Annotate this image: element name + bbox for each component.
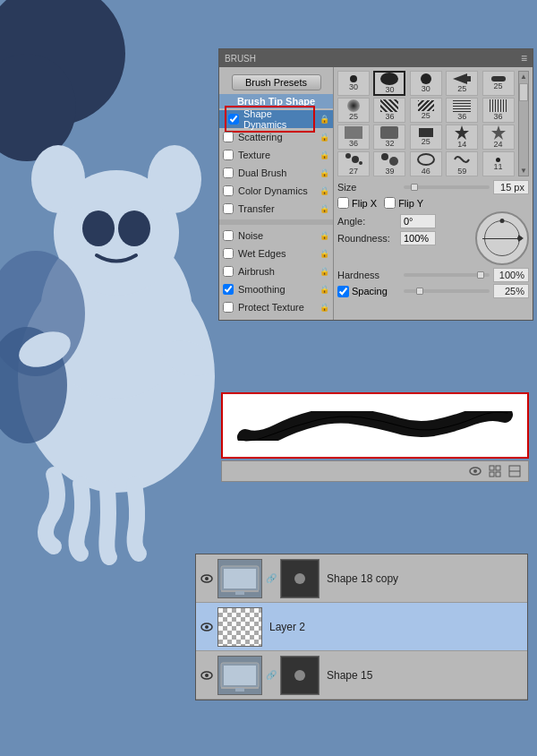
brush-cell[interactable]: 14: [446, 125, 478, 150]
lock-icon-texture: 🔒: [319, 150, 329, 160]
scrollbar-thumb[interactable]: [519, 83, 528, 101]
shape-dynamics-checkbox[interactable]: [228, 113, 241, 125]
lock-icon-airbrush: 🔒: [319, 266, 329, 277]
spacing-slider[interactable]: [404, 289, 490, 293]
brush-option-noise[interactable]: Noise 🔒: [219, 227, 333, 245]
protect-texture-checkbox[interactable]: [223, 301, 235, 314]
layer-name-layer2: Layer 2: [269, 621, 305, 633]
brush-cell[interactable]: 36: [446, 98, 478, 123]
brush-cell[interactable]: 39: [373, 151, 405, 176]
brush-option-protect-texture[interactable]: Protect Texture 🔒: [219, 298, 333, 316]
angle-label: Angle:: [337, 216, 400, 227]
svg-point-34: [205, 577, 209, 580]
brush-cell-selected[interactable]: 30: [373, 71, 405, 96]
texture-checkbox[interactable]: [223, 149, 235, 161]
svg-point-26: [473, 469, 477, 473]
layers-panel: 🔗 Shape 18 copy Layer 2 🔗 Shape 15: [195, 554, 528, 700]
angle-input[interactable]: [400, 214, 436, 228]
eye-icon-btn[interactable]: [467, 463, 483, 479]
hardness-slider[interactable]: [404, 273, 490, 277]
grid-icon-btn[interactable]: [487, 463, 503, 479]
layer-row-layer2[interactable]: Layer 2: [196, 603, 527, 651]
brush-option-airbrush[interactable]: Airbrush 🔒: [219, 262, 333, 280]
brush-presets-button[interactable]: Brush Presets: [232, 74, 321, 90]
panel-menu-icon[interactable]: ≡: [521, 52, 527, 64]
expand-icon-btn[interactable]: [507, 463, 523, 479]
svg-point-20: [359, 161, 362, 165]
spacing-label: Spacing: [352, 286, 388, 296]
brush-option-wet-edges[interactable]: Wet Edges 🔒: [219, 245, 333, 262]
bottom-toolbar: [221, 460, 529, 482]
angle-handle-right[interactable]: [517, 236, 522, 241]
layer-row-shape18[interactable]: 🔗 Shape 18 copy: [196, 554, 527, 603]
brush-cell[interactable]: 27: [337, 151, 370, 176]
layer-row-shape15[interactable]: 🔗 Shape 15: [196, 651, 527, 700]
dual-brush-checkbox[interactable]: [223, 167, 235, 179]
brush-option-transfer[interactable]: Transfer 🔒: [219, 200, 333, 218]
brush-option-dual-brush[interactable]: Dual Brush 🔒: [219, 164, 333, 182]
lock-icon-color: 🔒: [319, 185, 329, 196]
brush-cell[interactable]: 24: [482, 125, 515, 150]
brush-cell[interactable]: 11: [482, 151, 515, 176]
layer-visibility-shape18[interactable]: [200, 571, 214, 586]
layer-visibility-shape15[interactable]: [200, 668, 214, 683]
brush-cell[interactable]: 36: [373, 98, 405, 123]
spacing-checkbox[interactable]: [337, 286, 349, 297]
flip-y-checkbox[interactable]: [384, 197, 396, 209]
svg-point-42: [205, 625, 209, 629]
angle-diagram: [475, 211, 529, 265]
svg-rect-46: [224, 666, 256, 685]
brush-cell[interactable]: 32: [373, 125, 405, 150]
brush-cell[interactable]: 30: [410, 71, 442, 96]
roundness-input[interactable]: [400, 231, 436, 245]
layer-mask-shape18: [280, 559, 320, 598]
panel-body: Brush Presets Brush Tip Shape Shape Dyna…: [219, 67, 533, 320]
layer-name-shape18: Shape 18 copy: [327, 572, 398, 585]
svg-marker-14: [453, 73, 467, 84]
smoothing-checkbox[interactable]: [223, 283, 235, 296]
brush-option-scattering[interactable]: Scattering 🔒: [219, 128, 333, 146]
scroll-down-arrow[interactable]: ▼: [519, 166, 528, 176]
angle-handle-top[interactable]: [500, 219, 505, 223]
scroll-up-arrow[interactable]: ▲: [519, 72, 528, 82]
brush-option-color-dynamics[interactable]: Color Dynamics 🔒: [219, 182, 333, 200]
brush-cell[interactable]: 25: [410, 125, 442, 150]
flip-y-item[interactable]: Flip Y: [384, 197, 423, 209]
dual-brush-label: Dual Brush: [238, 168, 317, 178]
size-slider[interactable]: [404, 185, 490, 189]
transfer-checkbox[interactable]: [223, 202, 235, 215]
angle-line: [482, 238, 523, 239]
brush-cell[interactable]: 30: [337, 71, 370, 96]
brush-option-shape-dynamics[interactable]: Shape Dynamics 🔒: [219, 110, 333, 128]
roundness-row: Roundness:: [337, 231, 470, 245]
brush-cell[interactable]: 25: [482, 71, 515, 96]
color-dynamics-checkbox[interactable]: [223, 185, 235, 197]
brush-cell[interactable]: 46: [410, 151, 442, 176]
hardness-value: 100%: [493, 268, 529, 282]
flip-x-item[interactable]: Flip X: [337, 197, 377, 209]
brush-option-texture[interactable]: Texture 🔒: [219, 146, 333, 164]
noise-checkbox[interactable]: [223, 229, 235, 242]
shape-dynamics-label: Shape Dynamics: [243, 108, 311, 130]
scattering-checkbox[interactable]: [223, 131, 235, 143]
brush-cell[interactable]: 25: [337, 98, 370, 123]
noise-label: Noise: [238, 230, 317, 241]
flip-x-checkbox[interactable]: [337, 197, 349, 209]
svg-marker-16: [455, 125, 469, 140]
brush-cell[interactable]: 59: [446, 151, 478, 176]
wet-edges-checkbox[interactable]: [223, 247, 235, 260]
spacing-label-wrap: Spacing: [337, 286, 400, 297]
brush-cell[interactable]: 36: [482, 98, 515, 123]
svg-rect-30: [496, 472, 500, 477]
layer-mask-shape15: [280, 656, 320, 695]
brush-cell[interactable]: 25: [410, 98, 442, 123]
brush-option-smoothing[interactable]: Smoothing 🔒: [219, 280, 333, 298]
brush-cell[interactable]: 25: [446, 71, 478, 96]
hardness-row: Hardness 100%: [337, 268, 529, 282]
flip-y-label: Flip Y: [398, 198, 423, 209]
layer-visibility-layer2[interactable]: [200, 620, 214, 634]
brush-scrollbar[interactable]: ▲ ▼: [518, 71, 529, 176]
brush-cell[interactable]: 36: [337, 125, 370, 150]
airbrush-checkbox[interactable]: [223, 265, 235, 278]
lock-icon-dual: 🔒: [319, 168, 329, 178]
